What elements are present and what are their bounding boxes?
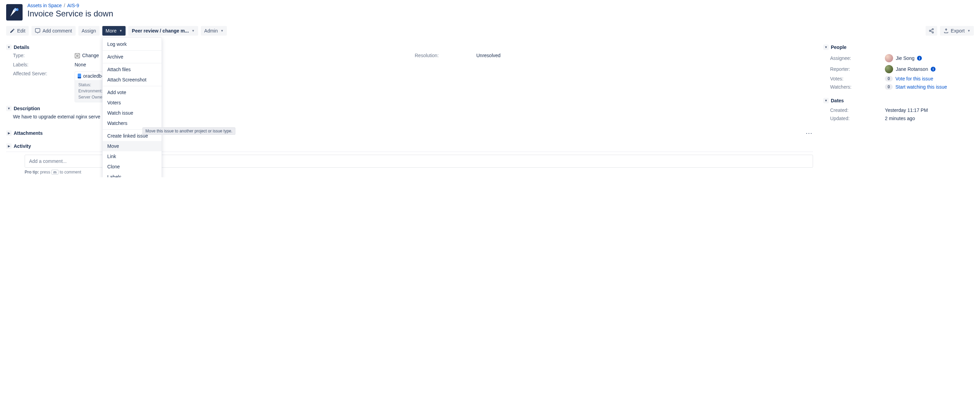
info-icon[interactable]: i: [917, 56, 922, 60]
breadcrumb: Assets in Space / AIS-9: [27, 3, 113, 8]
menu-watch-issue[interactable]: Watch issue: [103, 108, 162, 118]
reporter-avatar: [885, 65, 893, 73]
attachments-more-button[interactable]: ⋯: [805, 129, 813, 137]
svg-point-1: [932, 29, 934, 30]
reporter-value: Jane Rotanson: [896, 67, 928, 72]
labels-label: Labels:: [13, 62, 71, 67]
collapse-attachments-toggle[interactable]: ▶: [6, 130, 12, 136]
menu-add-vote[interactable]: Add vote: [103, 87, 162, 97]
breadcrumb-project[interactable]: Assets in Space: [27, 3, 62, 8]
assign-button[interactable]: Assign: [78, 26, 100, 36]
watch-link[interactable]: Start watching this issue: [896, 84, 947, 90]
assignee-avatar: [885, 54, 893, 62]
export-icon: [943, 28, 949, 33]
vote-link[interactable]: Vote for this issue: [896, 76, 934, 81]
svg-point-3: [932, 32, 934, 33]
chevron-down-icon: ▼: [119, 29, 122, 32]
share-icon: [929, 28, 934, 33]
created-label: Created:: [830, 107, 885, 113]
chevron-down-icon: ▼: [221, 29, 224, 32]
add-comment-button[interactable]: Add comment: [32, 26, 75, 36]
menu-attach-screenshot[interactable]: Attach Screenshot: [103, 75, 162, 85]
info-icon[interactable]: i: [931, 67, 935, 72]
svg-point-2: [929, 30, 931, 32]
transition-button[interactable]: Peer review / change m... ▼: [128, 26, 198, 36]
menu-clone[interactable]: Clone: [103, 162, 162, 172]
menu-archive[interactable]: Archive: [103, 52, 162, 62]
chevron-down-icon: ▼: [967, 29, 970, 32]
watchers-count: 0: [885, 84, 893, 90]
description-heading: Description: [14, 106, 40, 111]
attachments-heading: Attachments: [14, 130, 43, 136]
collapse-details-toggle[interactable]: ▼: [6, 45, 12, 50]
menu-attach-files[interactable]: Attach files: [103, 64, 162, 75]
page-title: Invoice Service is down: [27, 9, 113, 19]
menu-watchers[interactable]: Watchers: [103, 118, 162, 128]
menu-move[interactable]: Move: [103, 141, 162, 151]
breadcrumb-key[interactable]: AIS-9: [67, 3, 79, 8]
more-button[interactable]: More ▼: [102, 26, 126, 36]
created-value: Yesterday 11:17 PM: [885, 107, 928, 113]
collapse-dates-toggle[interactable]: ▼: [823, 98, 829, 103]
people-heading: People: [831, 45, 846, 50]
assignee-label: Assignee:: [830, 56, 885, 61]
more-dropdown: Log work Archive Attach files Attach Scr…: [102, 37, 162, 177]
activity-heading: Activity: [14, 143, 31, 149]
change-type-icon: [75, 53, 80, 59]
edit-button[interactable]: Edit: [6, 26, 29, 36]
export-button[interactable]: Export ▼: [940, 26, 974, 36]
watchers-label: Watchers:: [830, 84, 885, 90]
menu-link[interactable]: Link: [103, 151, 162, 162]
collapse-activity-toggle[interactable]: ▶: [6, 143, 12, 149]
updated-value: 2 minutes ago: [885, 116, 915, 121]
m-key: m: [51, 170, 59, 175]
collapse-description-toggle[interactable]: ▼: [6, 106, 12, 111]
pencil-icon: [10, 28, 15, 33]
admin-button[interactable]: Admin ▼: [201, 26, 227, 36]
menu-voters[interactable]: Voters: [103, 97, 162, 108]
type-label: Type:: [13, 53, 71, 58]
chevron-down-icon: ▼: [192, 29, 195, 32]
collapse-people-toggle[interactable]: ▼: [823, 45, 829, 50]
resolution-label: Resolution:: [415, 53, 473, 58]
menu-log-work[interactable]: Log work: [103, 39, 162, 49]
toolbar: Edit Add comment Assign More ▼ Log work …: [6, 26, 974, 36]
project-icon: [6, 4, 22, 21]
reporter-label: Reporter:: [830, 67, 885, 72]
details-heading: Details: [14, 45, 29, 50]
speech-bubble-icon: [35, 28, 40, 33]
affected-server-label: Affected Server:: [13, 71, 71, 76]
move-tooltip: Move this issue to another project or is…: [142, 127, 235, 135]
votes-label: Votes:: [830, 76, 885, 81]
updated-label: Updated:: [830, 116, 885, 121]
dates-heading: Dates: [831, 98, 844, 103]
votes-count: 0: [885, 76, 893, 81]
share-button[interactable]: [926, 26, 937, 36]
menu-labels[interactable]: Labels: [103, 172, 162, 177]
resolution-value: Unresolved: [476, 53, 813, 58]
assignee-value: Jie Song: [896, 56, 914, 61]
